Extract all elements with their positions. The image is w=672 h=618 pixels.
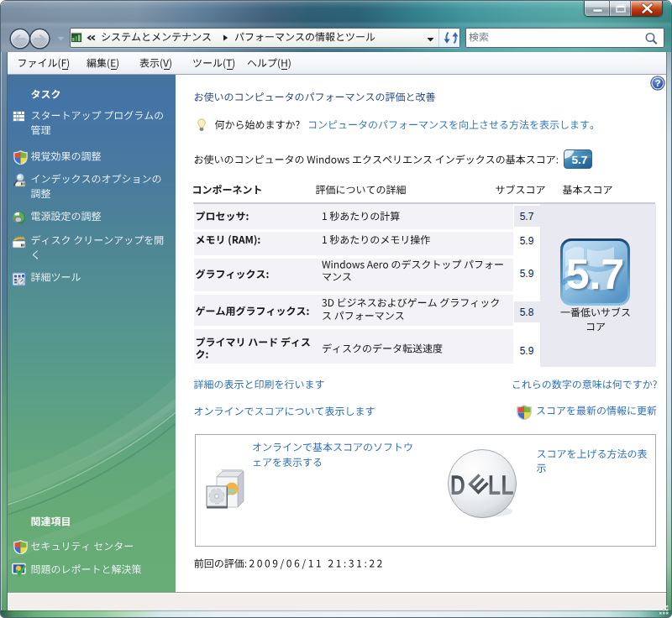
svg-text:5.7: 5.7: [566, 251, 625, 298]
svg-text:?: ?: [654, 78, 660, 88]
svg-text:5.7: 5.7: [572, 154, 588, 166]
